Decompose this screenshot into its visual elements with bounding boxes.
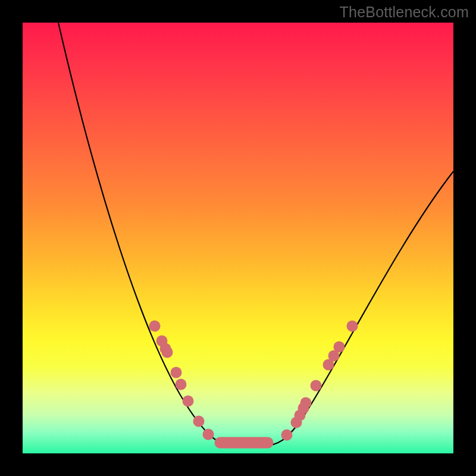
chart-frame: TheBottleneck.com xyxy=(0,0,476,476)
curve-svg xyxy=(23,23,453,453)
data-dot xyxy=(193,416,205,427)
bottleneck-curve xyxy=(58,23,453,446)
data-dot xyxy=(334,342,345,353)
data-dot xyxy=(149,321,161,332)
data-dot xyxy=(281,430,293,441)
data-dot xyxy=(183,396,194,407)
data-dot xyxy=(311,380,322,392)
watermark-text: TheBottleneck.com xyxy=(340,4,469,21)
data-dot xyxy=(203,429,214,440)
data-dot xyxy=(347,321,358,332)
data-dots xyxy=(149,321,358,441)
data-dot xyxy=(300,397,312,409)
data-dot xyxy=(176,379,187,390)
plot-area xyxy=(23,23,453,453)
data-dot xyxy=(171,367,182,378)
data-dot xyxy=(162,347,173,358)
